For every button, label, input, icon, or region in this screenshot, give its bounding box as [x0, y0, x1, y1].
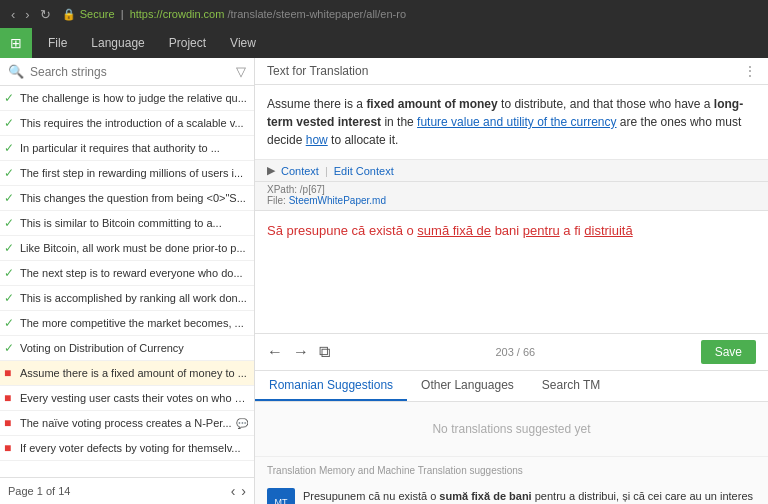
list-item[interactable]: ✓ The next step is to reward everyone wh…: [0, 261, 254, 286]
prev-page-button[interactable]: ‹: [231, 483, 236, 499]
tab-romanian-suggestions[interactable]: Romanian Suggestions: [255, 371, 407, 401]
url-path: /translate/steem-whitepaper/all/en-ro: [227, 8, 406, 20]
translation-title: Text for Translation: [267, 64, 368, 78]
back-translation-button[interactable]: ←: [267, 343, 283, 361]
context-link[interactable]: Context: [281, 165, 319, 177]
list-item[interactable]: ✓ The challenge is how to judge the rela…: [0, 86, 254, 111]
list-item[interactable]: ✓ Like Bitcoin, all work must be done pr…: [0, 236, 254, 261]
more-options-icon[interactable]: ⋮: [744, 64, 756, 78]
char-counter: 203 / 66: [495, 346, 535, 358]
item-text: This requires the introduction of a scal…: [20, 117, 248, 129]
list-item[interactable]: ✓ This changes the question from being <…: [0, 186, 254, 211]
tm-item[interactable]: MT Presupunem că nu există o sumă fixă d…: [255, 480, 768, 504]
list-item[interactable]: ■ If every voter defects by voting for t…: [0, 436, 254, 461]
underline-1: sumă fixă de: [417, 223, 491, 238]
translation-area[interactable]: Să presupune că există o sumă fixă de ba…: [255, 211, 768, 334]
menu-language[interactable]: Language: [79, 28, 156, 58]
item-text: Every vesting user casts their votes on …: [20, 392, 248, 404]
list-item[interactable]: ✓ This is similar to Bitcoin committing …: [0, 211, 254, 236]
item-text: Voting on Distribution of Currency: [20, 342, 248, 354]
toolbar-left: ← → ⧉: [267, 343, 330, 361]
item-text: If every voter defects by voting for the…: [20, 442, 248, 454]
list-item[interactable]: ✓ Voting on Distribution of Currency: [0, 336, 254, 361]
main-layout: 🔍 ▽ ✓ The challenge is how to judge the …: [0, 58, 768, 504]
list-item[interactable]: ✓ The first step in rewarding millions o…: [0, 161, 254, 186]
nav-buttons[interactable]: ‹ › ↻: [8, 7, 54, 22]
menu-project[interactable]: Project: [157, 28, 218, 58]
check-icon: ✓: [4, 91, 18, 105]
suggestions-content: No translations suggested yet Translatio…: [255, 402, 768, 504]
source-link-1: future value and utility of the currency: [417, 115, 616, 129]
filter-icon[interactable]: ▽: [236, 64, 246, 79]
error-icon: ■: [4, 366, 18, 380]
check-icon: ✓: [4, 141, 18, 155]
item-text: The challenge is how to judge the relati…: [20, 92, 248, 104]
translated-text: Să presupune că există o sumă fixă de ba…: [267, 223, 633, 238]
pagination: Page 1 of 14 ‹ ›: [0, 477, 254, 504]
list-item[interactable]: ✓ This requires the introduction of a sc…: [0, 111, 254, 136]
tm-text: Presupunem că nu există o sumă fixă de b…: [303, 488, 756, 504]
check-icon: ✓: [4, 266, 18, 280]
item-text: The naïve voting process creates a N-Per…: [20, 417, 232, 429]
context-arrow: ▶: [267, 164, 275, 177]
list-item[interactable]: ✓ This is accomplished by ranking all wo…: [0, 286, 254, 311]
item-text: This changes the question from being <0>…: [20, 192, 248, 204]
left-panel: 🔍 ▽ ✓ The challenge is how to judge the …: [0, 58, 255, 504]
tab-other-languages[interactable]: Other Languages: [407, 371, 528, 401]
menu-view[interactable]: View: [218, 28, 268, 58]
tm-section-label: Translation Memory and Machine Translati…: [255, 456, 768, 480]
item-text: In particular it requires that authority…: [20, 142, 248, 154]
context-separator: |: [325, 165, 328, 177]
source-text: Assume there is a fixed amount of money …: [255, 85, 768, 160]
browser-bar: ‹ › ↻ 🔒 Secure | https://crowdin.com /tr…: [0, 0, 768, 28]
error-icon: ■: [4, 441, 18, 455]
string-list: ✓ The challenge is how to judge the rela…: [0, 86, 254, 477]
menu-file[interactable]: File: [36, 28, 79, 58]
tab-search-tm[interactable]: Search TM: [528, 371, 614, 401]
back-button[interactable]: ‹: [8, 7, 18, 22]
lock-icon: 🔒: [62, 8, 76, 21]
forward-translation-button[interactable]: →: [293, 343, 309, 361]
file-label: File:: [267, 195, 286, 206]
refresh-button[interactable]: ↻: [37, 7, 54, 22]
list-item-active[interactable]: ■ Assume there is a fixed amount of mone…: [0, 361, 254, 386]
list-item[interactable]: ✓ In particular it requires that authori…: [0, 136, 254, 161]
item-text: The first step in rewarding millions of …: [20, 167, 248, 179]
error-icon: ■: [4, 391, 18, 405]
xpath-info: XPath: /p[67] File: SteemWhitePaper.md: [255, 182, 768, 211]
search-icon: 🔍: [8, 64, 24, 79]
source-bold-1: fixed amount of money: [366, 97, 497, 111]
context-bar: ▶ Context | Edit Context: [255, 160, 768, 182]
list-item[interactable]: ✓ The more competitive the market become…: [0, 311, 254, 336]
next-page-button[interactable]: ›: [241, 483, 246, 499]
item-text: The next step is to reward everyone who …: [20, 267, 248, 279]
underline-2: pentru: [523, 223, 560, 238]
check-icon: ✓: [4, 191, 18, 205]
copy-source-button[interactable]: ⧉: [319, 343, 330, 361]
grid-icon[interactable]: ⊞: [0, 28, 32, 58]
suggestions-tabs: Romanian Suggestions Other Languages Sea…: [255, 371, 768, 402]
menu-bar: ⊞ File Language Project View: [0, 28, 768, 58]
error-icon: ■: [4, 416, 18, 430]
check-icon: ✓: [4, 116, 18, 130]
search-input[interactable]: [30, 65, 230, 79]
url-secure: Secure: [80, 8, 115, 20]
item-text: This is similar to Bitcoin committing to…: [20, 217, 248, 229]
url-domain: https://crowdin.com: [130, 8, 225, 20]
edit-context-link[interactable]: Edit Context: [334, 165, 394, 177]
forward-button[interactable]: ›: [22, 7, 32, 22]
no-suggestions-label: No translations suggested yet: [255, 402, 768, 456]
right-panel: Text for Translation ⋮ Assume there is a…: [255, 58, 768, 504]
comment-icon: 💬: [236, 418, 248, 429]
check-icon: ✓: [4, 216, 18, 230]
item-text: This is accomplished by ranking all work…: [20, 292, 248, 304]
search-bar: 🔍 ▽: [0, 58, 254, 86]
save-button[interactable]: Save: [701, 340, 756, 364]
list-item[interactable]: ■ Every vesting user casts their votes o…: [0, 386, 254, 411]
file-link[interactable]: SteemWhitePaper.md: [289, 195, 386, 206]
translation-toolbar: ← → ⧉ 203 / 66 Save: [255, 334, 768, 371]
check-icon: ✓: [4, 316, 18, 330]
pagination-nav[interactable]: ‹ ›: [231, 483, 246, 499]
list-item[interactable]: ■ The naïve voting process creates a N-P…: [0, 411, 254, 436]
item-text: The more competitive the market becomes,…: [20, 317, 248, 329]
